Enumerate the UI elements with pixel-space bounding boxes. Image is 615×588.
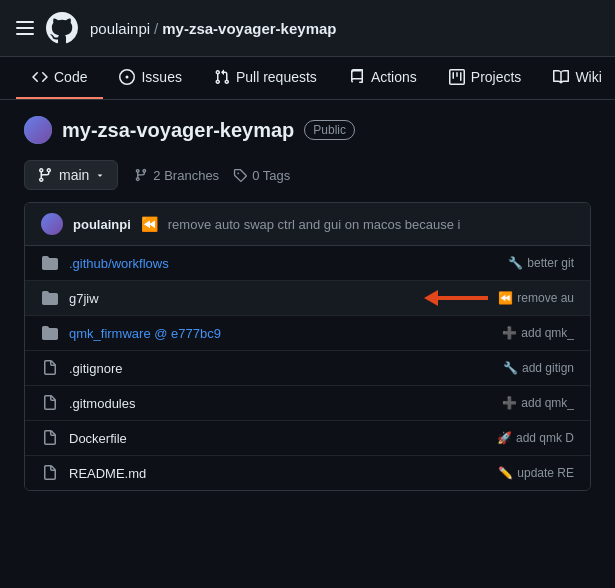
file-table: poulainpi ⏪ remove auto swap ctrl and gu… xyxy=(24,202,591,491)
file-row[interactable]: README.md ✏️ update RE xyxy=(25,456,590,490)
file-icon xyxy=(41,359,59,377)
tab-issues-label: Issues xyxy=(141,69,181,85)
commit-icon: ⏪ xyxy=(498,291,513,305)
file-name: g7jiw xyxy=(69,291,406,306)
github-logo xyxy=(46,12,78,44)
tab-nav: Code Issues Pull requests Actions xyxy=(0,57,615,100)
commit-icon: 🔧 xyxy=(503,361,518,375)
hamburger-menu[interactable] xyxy=(16,21,34,35)
tag-count: 0 Tags xyxy=(252,168,290,183)
file-commit-msg: add qmk D xyxy=(516,431,574,445)
breadcrumb-separator: / xyxy=(154,20,158,37)
actions-icon xyxy=(349,69,365,85)
wiki-icon xyxy=(553,69,569,85)
commit-icon-area: 🚀 add qmk D xyxy=(497,431,574,445)
commit-icon: ➕ xyxy=(502,326,517,340)
annotation-arrow xyxy=(424,290,488,306)
file-row[interactable]: Dockerfile 🚀 add qmk D xyxy=(25,421,590,456)
file-icon xyxy=(41,464,59,482)
commit-icon-area: ✏️ update RE xyxy=(498,466,574,480)
branch-count: 2 Branches xyxy=(153,168,219,183)
branches-link[interactable]: 2 Branches xyxy=(134,168,219,183)
file-commit-msg: add qmk_ xyxy=(521,396,574,410)
tab-actions-label: Actions xyxy=(371,69,417,85)
commit-icon: ✏️ xyxy=(498,466,513,480)
branch-bar: main 2 Branches 0 Tags xyxy=(24,160,591,190)
visibility-badge: Public xyxy=(304,120,355,140)
commit-icon-area: ⏪ remove au xyxy=(498,291,574,305)
tab-actions[interactable]: Actions xyxy=(333,57,433,99)
tab-wiki-label: Wiki xyxy=(575,69,601,85)
file-row[interactable]: qmk_firmware @ e777bc9 ➕ add qmk_ xyxy=(25,316,590,351)
top-nav: poulainpi / my-zsa-voyager-keymap xyxy=(0,0,615,57)
file-name[interactable]: qmk_firmware @ e777bc9 xyxy=(69,326,492,341)
branch-selector[interactable]: main xyxy=(24,160,118,190)
committer-name[interactable]: poulainpi xyxy=(73,217,131,232)
tab-code[interactable]: Code xyxy=(16,57,103,99)
file-row[interactable]: g7jiw ⏪ remove au xyxy=(25,281,590,316)
file-row[interactable]: .github/workflows 🔧 better git xyxy=(25,246,590,281)
rewind-icon: ⏪ xyxy=(141,216,158,232)
branch-name: main xyxy=(59,167,89,183)
tab-code-label: Code xyxy=(54,69,87,85)
commit-icon: ➕ xyxy=(502,396,517,410)
file-name: Dockerfile xyxy=(69,431,487,446)
commit-icon: 🚀 xyxy=(497,431,512,445)
file-row[interactable]: .gitmodules ➕ add qmk_ xyxy=(25,386,590,421)
file-name[interactable]: .github/workflows xyxy=(69,256,498,271)
file-name: .gitignore xyxy=(69,361,493,376)
branches-icon xyxy=(134,168,148,182)
commit-icon-area: 🔧 add gitign xyxy=(503,361,574,375)
repo-owner-avatar xyxy=(24,116,52,144)
file-commit-msg: add gitign xyxy=(522,361,574,375)
repo-name-nav[interactable]: my-zsa-voyager-keymap xyxy=(162,20,336,37)
repo-header: my-zsa-voyager-keymap Public xyxy=(24,116,591,144)
file-name: README.md xyxy=(69,466,488,481)
tab-issues[interactable]: Issues xyxy=(103,57,197,99)
file-name: .gitmodules xyxy=(69,396,492,411)
folder-icon xyxy=(41,289,59,307)
tab-wiki[interactable]: Wiki xyxy=(537,57,615,99)
branch-icon xyxy=(37,167,53,183)
commit-icon-area: ➕ add qmk_ xyxy=(502,396,574,410)
file-row[interactable]: .gitignore 🔧 add gitign xyxy=(25,351,590,386)
commit-icon-area: 🔧 better git xyxy=(508,256,574,270)
breadcrumb: poulainpi / my-zsa-voyager-keymap xyxy=(90,20,337,37)
file-commit-msg: add qmk_ xyxy=(521,326,574,340)
tab-pull-requests-label: Pull requests xyxy=(236,69,317,85)
file-icon xyxy=(41,394,59,412)
pull-request-icon xyxy=(214,69,230,85)
tab-projects-label: Projects xyxy=(471,69,522,85)
tags-link[interactable]: 0 Tags xyxy=(233,168,290,183)
file-commit-msg: remove au xyxy=(517,291,574,305)
file-commit-msg: better git xyxy=(527,256,574,270)
folder-icon xyxy=(41,254,59,272)
code-icon xyxy=(32,69,48,85)
tab-projects[interactable]: Projects xyxy=(433,57,538,99)
chevron-down-icon xyxy=(95,170,105,180)
username[interactable]: poulainpi xyxy=(90,20,150,37)
commit-icon: 🔧 xyxy=(508,256,523,270)
tab-pull-requests[interactable]: Pull requests xyxy=(198,57,333,99)
repo-title: my-zsa-voyager-keymap xyxy=(62,119,294,142)
file-commit-msg: update RE xyxy=(517,466,574,480)
submodule-icon xyxy=(41,324,59,342)
commit-icon-area: ➕ add qmk_ xyxy=(502,326,574,340)
main-content: my-zsa-voyager-keymap Public main 2 Bran… xyxy=(0,100,615,507)
tag-icon xyxy=(233,168,247,182)
projects-icon xyxy=(449,69,465,85)
committer-avatar xyxy=(41,213,63,235)
file-icon xyxy=(41,429,59,447)
latest-commit-row: poulainpi ⏪ remove auto swap ctrl and gu… xyxy=(25,203,590,246)
issues-icon xyxy=(119,69,135,85)
branch-info: 2 Branches 0 Tags xyxy=(134,168,290,183)
commit-message: remove auto swap ctrl and gui on macos b… xyxy=(168,217,461,232)
